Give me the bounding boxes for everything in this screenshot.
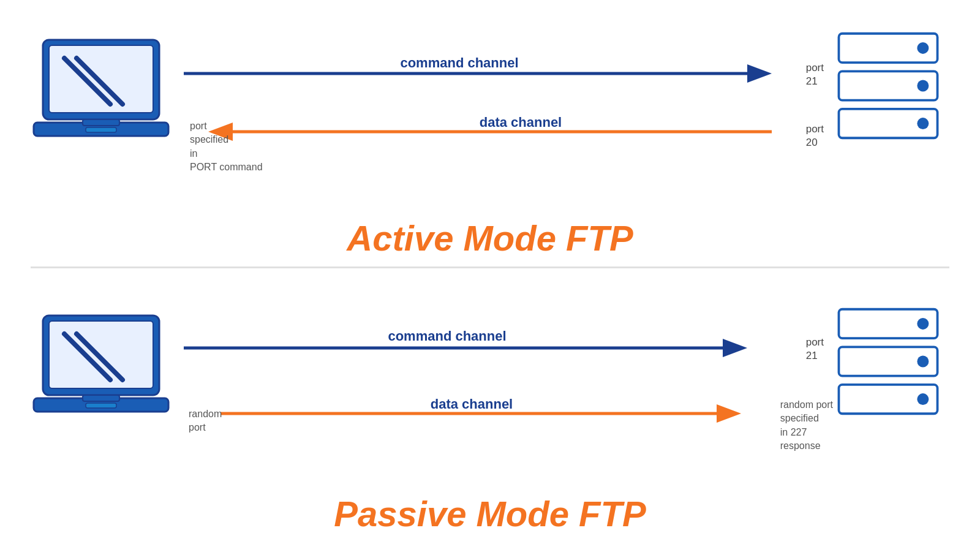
active-laptop xyxy=(31,37,172,149)
svg-text:data channel: data channel xyxy=(431,396,513,412)
svg-point-10 xyxy=(917,80,929,92)
svg-point-27 xyxy=(917,318,929,330)
passive-mode-title: Passive Mode FTP xyxy=(0,493,980,534)
passive-command-arrow: command channel xyxy=(184,323,784,360)
active-port20-label: port 20 xyxy=(806,123,824,149)
svg-point-8 xyxy=(917,42,929,54)
section-divider xyxy=(31,266,949,268)
svg-rect-6 xyxy=(86,127,116,132)
passive-mode-section: command channel port 21 data channel ran… xyxy=(0,276,980,539)
active-client-port-label: port specified in PORT command xyxy=(190,119,263,175)
svg-marker-14 xyxy=(747,64,772,83)
active-port21-label: port 21 xyxy=(806,61,824,88)
svg-text:command channel: command channel xyxy=(400,55,518,70)
passive-client-port-label: random port xyxy=(189,407,222,435)
active-mode-title: Active Mode FTP xyxy=(0,217,980,259)
passive-laptop xyxy=(31,312,172,425)
active-mode-section: command channel port 21 data channel por… xyxy=(0,0,980,263)
svg-rect-24 xyxy=(83,395,119,401)
passive-server xyxy=(833,306,943,419)
svg-point-12 xyxy=(917,118,929,129)
svg-rect-1 xyxy=(49,45,153,113)
passive-data-arrow: data channel xyxy=(184,395,784,432)
svg-rect-25 xyxy=(86,403,116,408)
passive-server-port-label: random port specified in 227 response xyxy=(780,398,833,453)
active-command-arrow: command channel xyxy=(184,49,784,86)
svg-rect-20 xyxy=(49,321,153,388)
svg-point-29 xyxy=(917,356,929,368)
svg-point-31 xyxy=(917,393,929,405)
svg-marker-33 xyxy=(723,339,747,357)
svg-text:data channel: data channel xyxy=(480,115,562,130)
active-data-arrow: data channel xyxy=(184,113,784,150)
svg-text:command channel: command channel xyxy=(388,328,506,344)
svg-rect-5 xyxy=(83,119,119,126)
svg-marker-36 xyxy=(717,404,741,423)
passive-port21-label: port 21 xyxy=(806,336,824,363)
active-server xyxy=(833,31,943,143)
